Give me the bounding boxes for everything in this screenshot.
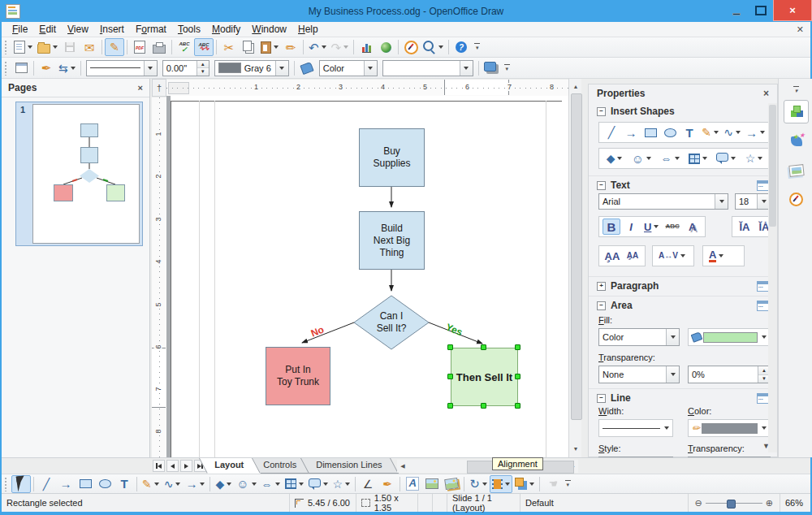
flowchart-node-then-sell-it[interactable]: Then Sell It [451, 348, 518, 406]
line-tool[interactable]: ╱ [37, 475, 56, 493]
open-button[interactable] [35, 38, 60, 56]
selection-handle[interactable] [515, 374, 520, 379]
flowchart-node-build-next-big-thing[interactable]: Build Next Big Thing [359, 211, 425, 270]
rectangle-tool[interactable] [76, 475, 95, 493]
zoom-percentage[interactable]: 66% [780, 494, 810, 512]
new-document-button[interactable] [11, 38, 35, 56]
previous-page-button[interactable] [166, 460, 179, 472]
edit-mode-button[interactable]: ✎ [105, 38, 124, 56]
italic-button[interactable]: I [622, 219, 640, 235]
selection-handle[interactable] [481, 344, 486, 350]
spin-down-icon[interactable]: ▼ [197, 68, 209, 76]
close-button[interactable]: × [773, 0, 812, 21]
scroll-up-icon[interactable]: ▲ [570, 80, 581, 92]
pages-panel-close-icon[interactable]: × [138, 83, 143, 93]
maximize-button[interactable] [749, 0, 773, 21]
arrange-button[interactable] [512, 475, 537, 493]
auto-spellcheck-button[interactable]: ABC∿∿ [194, 38, 214, 56]
flowchart-shapes-tool[interactable] [283, 475, 306, 493]
symbol-shapes-tool[interactable]: ☺ [234, 475, 258, 493]
edit-points-button[interactable]: ∠ [358, 475, 378, 493]
line-color-button[interactable]: ✏ [688, 419, 771, 437]
alignment-button[interactable] [490, 475, 512, 493]
collapse-icon[interactable]: − [597, 107, 606, 116]
email-button[interactable]: ✉ [80, 38, 99, 56]
star-shapes-tool[interactable]: ☆ [743, 150, 766, 167]
spellcheck-button[interactable]: ABC✓ [175, 38, 194, 56]
scroll-left-icon[interactable]: ◀ [397, 461, 408, 472]
zoom-button[interactable] [421, 38, 446, 56]
first-page-button[interactable] [153, 460, 165, 472]
insert-image-button[interactable] [422, 475, 442, 493]
transparency-type-select[interactable]: None [598, 366, 680, 383]
horizontal-ruler[interactable]: 1 2 3 4 5 6 7 8 [166, 80, 568, 97]
page-thumbnail[interactable]: 1 [15, 102, 143, 246]
line-style-select[interactable] [86, 60, 158, 76]
drawing-canvas[interactable]: Buy Supplies Build Next Big Thing Can I … [166, 96, 568, 457]
properties-close-icon[interactable]: × [763, 88, 769, 99]
character-spacing-button[interactable]: A↔V [656, 248, 688, 264]
collapse-icon[interactable]: − [597, 301, 606, 310]
spin-up-icon[interactable]: ▲ [197, 61, 209, 69]
insert-chart-button[interactable] [356, 38, 376, 56]
toolbar-overflow-button[interactable]: ▾ [565, 480, 571, 488]
line-section-header[interactable]: − Line [589, 388, 777, 405]
paragraph-dialog-launcher-icon[interactable] [757, 281, 769, 292]
basic-shapes-tool[interactable]: ◆ [213, 475, 234, 493]
line-width-input[interactable]: 0.00" ▲▼ [162, 60, 209, 76]
callout-shapes-tool[interactable] [306, 475, 330, 493]
expand-icon[interactable]: + [597, 282, 606, 291]
gallery-button[interactable] [376, 38, 395, 56]
star-shapes-tool[interactable]: ☆ [330, 475, 353, 493]
zoom-slider-thumb[interactable] [727, 500, 736, 509]
rotate-button[interactable]: ↻ [467, 475, 490, 493]
toolbar-overflow-button[interactable]: ▾ [504, 64, 510, 72]
dropdown-icon[interactable] [664, 426, 669, 430]
vertical-scrollbar[interactable]: ▲ ▼ [568, 79, 581, 457]
tab-layout[interactable]: Layout [199, 458, 261, 474]
dropdown-icon[interactable] [762, 426, 767, 430]
copy-button[interactable] [239, 38, 258, 56]
sidebar-tab-properties[interactable] [784, 100, 809, 123]
menu-window[interactable]: Window [246, 23, 292, 36]
basic-shapes-tool[interactable]: ◆ [604, 150, 625, 167]
flowchart-node-put-in-toy-trunk[interactable]: Put In Toy Trunk [266, 347, 330, 405]
symbol-shapes-tool[interactable]: ☺ [629, 150, 654, 167]
paste-button[interactable] [258, 38, 281, 56]
shadow-text-button[interactable]: A [684, 219, 702, 235]
selection-handle[interactable] [447, 403, 453, 409]
area-fill-type-select[interactable]: Color [598, 328, 680, 346]
fill-type-select[interactable]: Color [319, 60, 378, 76]
text-section-header[interactable]: − Text [589, 175, 777, 193]
area-dialog-launcher-icon[interactable] [757, 301, 769, 311]
undo-button[interactable]: ↶ [306, 38, 329, 56]
toolbar-grip[interactable] [4, 40, 8, 54]
selection-handle[interactable] [515, 403, 520, 409]
underline-button[interactable]: U [641, 219, 661, 235]
curve-tool[interactable]: ✎ [700, 124, 720, 141]
lines-arrows-tool[interactable]: → [183, 475, 207, 493]
tab-dimension-lines[interactable]: Dimension Lines [300, 458, 399, 474]
line-dialog-launcher-icon[interactable] [757, 393, 769, 404]
text-dialog-launcher-icon[interactable] [757, 180, 769, 191]
menu-tools[interactable]: Tools [172, 23, 206, 36]
menu-format[interactable]: Format [130, 23, 172, 36]
line-width-dropdown[interactable] [598, 419, 673, 437]
bold-button[interactable]: B [603, 219, 620, 235]
font-size-select[interactable]: 18 [735, 193, 771, 210]
arrow-tool[interactable]: → [622, 124, 640, 141]
minimize-button[interactable] [724, 0, 749, 21]
scroll-down-icon[interactable]: ▼ [570, 443, 581, 454]
sidebar-tab-gallery[interactable] [784, 158, 809, 182]
arrow-style-button[interactable]: ⇆ [56, 59, 78, 77]
block-arrows-tool[interactable]: ⇔ [259, 475, 283, 493]
selection-handle[interactable] [447, 374, 453, 379]
curve-tool[interactable]: ✎ [140, 475, 162, 493]
glue-points-button[interactable]: ✒ [378, 475, 397, 493]
menu-file[interactable]: File [6, 23, 33, 36]
zoom-in-icon[interactable]: ⊕ [766, 498, 773, 509]
fill-color-select[interactable] [382, 60, 473, 76]
vertical-ruler[interactable]: 1 2 3 4 5 6 7 8 [152, 97, 167, 457]
scrollbar-thumb[interactable] [769, 105, 776, 227]
zoom-out-icon[interactable]: ⊖ [695, 498, 702, 509]
